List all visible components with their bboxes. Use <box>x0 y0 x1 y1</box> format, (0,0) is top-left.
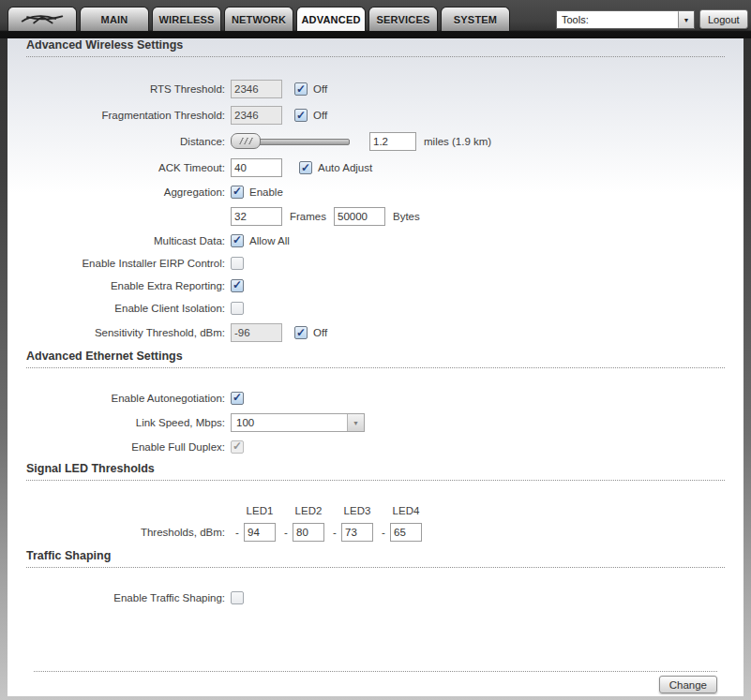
sensitivity-off-label: Off <box>313 327 327 338</box>
led1-minus-sign: - <box>231 527 244 538</box>
full-duplex-row: Enable Full Duplex: <box>26 439 725 454</box>
installer-eirp-checkbox[interactable] <box>231 257 244 270</box>
sensitivity-threshold-input <box>231 323 282 342</box>
autonegotiation-row: Enable Autonegotiation: <box>26 391 725 405</box>
link-speed-label: Link Speed, Mbps: <box>26 417 225 428</box>
led2-column-label: LED2 <box>279 505 324 516</box>
fragmentation-threshold-row: Fragmentation Threshold: Off <box>26 106 725 125</box>
sensitivity-off-checkbox[interactable] <box>294 326 308 339</box>
rts-threshold-label: RTS Threshold: <box>26 83 225 95</box>
fragmentation-off-checkbox[interactable] <box>294 109 308 122</box>
led4-column-label: LED4 <box>377 505 422 516</box>
ack-auto-adjust-checkbox[interactable] <box>299 161 312 174</box>
aggregation-bytes-input[interactable] <box>334 207 385 226</box>
fragmentation-threshold-input <box>231 106 282 125</box>
led1-group: - <box>231 523 276 542</box>
autonegotiation-checkbox[interactable] <box>231 392 244 405</box>
section-title-signal-led: Signal LED Thresholds <box>26 462 725 481</box>
led3-column-label: LED3 <box>328 505 373 516</box>
top-navigation-bar: MAIN WIRELESS NETWORK ADVANCED SERVICES … <box>0 0 751 38</box>
rts-off-checkbox[interactable] <box>294 82 308 96</box>
tab-advanced[interactable]: ADVANCED <box>296 7 366 31</box>
multicast-allow-all-checkbox[interactable] <box>231 234 244 247</box>
led2-minus-sign: - <box>279 527 293 538</box>
link-speed-row: Link Speed, Mbps: 100 ▼ <box>26 413 725 432</box>
tab-network[interactable]: NETWORK <box>224 7 293 31</box>
multicast-data-row: Multicast Data: Allow All <box>26 233 725 247</box>
client-isolation-checkbox[interactable] <box>231 302 244 315</box>
distance-slider[interactable] <box>231 133 350 150</box>
extra-reporting-label: Enable Extra Reporting: <box>26 280 225 291</box>
tab-wireless[interactable]: WIRELESS <box>152 7 221 31</box>
tab-system[interactable]: SYSTEM <box>441 7 510 31</box>
settings-page: Advanced Wireless Settings RTS Threshold… <box>8 38 743 696</box>
ack-timeout-input[interactable] <box>231 158 282 177</box>
extra-reporting-row: Enable Extra Reporting: <box>26 278 725 292</box>
aggregation-bytes-label: Bytes <box>393 211 420 222</box>
link-speed-select[interactable]: 100 ▼ <box>231 413 365 432</box>
led4-group: - <box>377 523 422 542</box>
change-button[interactable]: Change <box>659 676 717 693</box>
rts-threshold-row: RTS Threshold: Off <box>26 80 725 98</box>
advanced-ethernet-form: Enable Autonegotiation: Link Speed, Mbps… <box>26 391 725 454</box>
link-speed-value: 100 <box>232 417 347 428</box>
traffic-shaping-checkbox[interactable] <box>231 591 244 604</box>
distance-slider-handle[interactable] <box>231 133 261 149</box>
led-column-headers: LED1 LED2 LED3 LED4 <box>231 505 725 516</box>
section-title-advanced-ethernet: Advanced Ethernet Settings <box>26 350 725 368</box>
tools-select[interactable]: Tools: ▼ <box>556 10 695 29</box>
led2-group: - <box>279 523 324 542</box>
client-isolation-label: Enable Client Isolation: <box>26 303 225 314</box>
ack-timeout-row: ACK Timeout: Auto Adjust <box>26 158 725 177</box>
section-title-traffic-shaping: Traffic Shaping <box>26 549 725 568</box>
ack-auto-adjust-label: Auto Adjust <box>318 162 372 173</box>
rts-threshold-input <box>231 80 282 98</box>
aggregation-frames-label: Frames <box>290 211 326 222</box>
installer-eirp-row: Enable Installer EIRP Control: <box>26 256 725 270</box>
tab-services[interactable]: SERVICES <box>368 7 438 31</box>
multicast-data-label: Multicast Data: <box>26 235 225 246</box>
chevron-down-icon[interactable]: ▼ <box>347 414 364 431</box>
fragmentation-threshold-label: Fragmentation Threshold: <box>26 110 225 121</box>
led1-column-label: LED1 <box>231 505 276 516</box>
sensitivity-threshold-label: Sensitivity Threshold, dBm: <box>26 327 225 338</box>
aggregation-row: Aggregation: Enable <box>26 185 725 199</box>
installer-eirp-label: Enable Installer EIRP Control: <box>26 258 225 269</box>
aggregation-label: Aggregation: <box>26 186 225 198</box>
logout-button[interactable]: Logout <box>699 9 748 29</box>
led3-minus-sign: - <box>328 527 341 538</box>
distance-unit-label: miles (1.9 km) <box>424 136 491 147</box>
sensitivity-threshold-row: Sensitivity Threshold, dBm: Off <box>26 323 725 342</box>
aggregation-enable-label: Enable <box>249 186 283 198</box>
ubiquiti-logo-icon <box>19 11 66 28</box>
led1-threshold-input[interactable] <box>244 523 276 542</box>
chevron-down-icon[interactable]: ▼ <box>678 11 694 28</box>
full-duplex-label: Enable Full Duplex: <box>26 441 225 453</box>
aggregation-frames-input[interactable] <box>231 207 282 226</box>
footer-bar: Change <box>34 671 717 694</box>
traffic-shaping-row: Enable Traffic Shaping: <box>26 590 725 604</box>
distance-input[interactable] <box>369 132 416 151</box>
full-duplex-checkbox <box>231 440 244 454</box>
tab-main[interactable]: MAIN <box>80 7 149 31</box>
distance-row: Distance: miles (1.9 km) <box>26 132 725 151</box>
led4-threshold-input[interactable] <box>390 523 422 542</box>
aggregation-frames-row: Frames Bytes <box>26 207 725 226</box>
extra-reporting-checkbox[interactable] <box>231 279 244 292</box>
tools-select-value: Tools: <box>557 14 678 25</box>
led4-minus-sign: - <box>377 527 390 538</box>
led-thresholds-row: Thresholds, dBm: - - - - <box>26 523 725 542</box>
advanced-wireless-form: RTS Threshold: Off Fragmentation Thresho… <box>26 80 725 342</box>
multicast-allow-all-label: Allow All <box>249 235 290 246</box>
aggregation-enable-checkbox[interactable] <box>231 186 244 199</box>
led2-threshold-input[interactable] <box>293 523 324 542</box>
led3-group: - <box>328 523 373 542</box>
led-thresholds-label: Thresholds, dBm: <box>26 527 225 538</box>
ack-timeout-label: ACK Timeout: <box>26 162 225 173</box>
client-isolation-row: Enable Client Isolation: <box>26 301 725 315</box>
led3-threshold-input[interactable] <box>341 523 373 542</box>
tab-logo[interactable] <box>8 7 77 31</box>
autonegotiation-label: Enable Autonegotiation: <box>26 393 225 404</box>
fragmentation-off-label: Off <box>313 110 327 121</box>
traffic-shaping-form: Enable Traffic Shaping: <box>26 590 725 604</box>
